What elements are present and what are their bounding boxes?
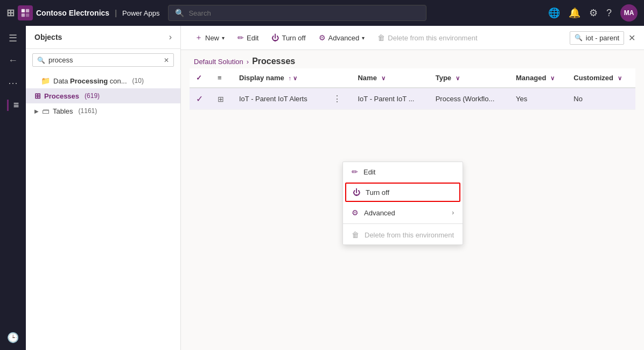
cell-display-name: IoT - Parent IoT Alerts <box>233 88 323 110</box>
sidebar-item-processes[interactable]: ⊞ Processes (619) <box>26 88 180 103</box>
edit-icon: ✏ <box>237 33 244 42</box>
type-sort: ∨ <box>456 75 460 81</box>
search-input[interactable] <box>188 9 419 17</box>
col-customized[interactable]: Customized ∨ <box>567 68 635 88</box>
table-row[interactable]: ✓ ⊞ IoT - Parent IoT Alerts ⋮ IoT - Pare… <box>190 88 635 110</box>
new-icon: ＋ <box>195 33 202 43</box>
process-row-icon: ⊞ <box>218 95 224 103</box>
left-search-input[interactable] <box>48 56 160 64</box>
brand: ⊞ Contoso Electronics | Power Apps <box>6 5 159 20</box>
col-type[interactable]: Type ∨ <box>429 68 509 88</box>
nav-tree: 📁 Data Processing con... (10) ⊞ Processe… <box>26 71 180 350</box>
svg-rect-0 <box>22 9 25 12</box>
search-icon: 🔍 <box>175 9 184 17</box>
advanced-button[interactable]: ⚙ Advanced ▾ <box>313 31 370 45</box>
settings-icon[interactable]: ⚙ <box>589 7 598 19</box>
sidebar-item-tables[interactable]: ▶ 🗃 Tables (1161) <box>26 103 180 118</box>
sidebar-icon-more[interactable]: ⋯ <box>8 77 18 89</box>
select-all-checkbox[interactable]: ✓ <box>196 74 202 82</box>
processes-table: ✓ ≡ Display name ↑ ∨ Name ∨ Type ∨ Manag… <box>190 68 635 110</box>
ctx-delete[interactable]: 🗑 Delete from this environment <box>343 225 463 244</box>
icon-sidebar: ☰ ← ⋯ ≡ 🕒 <box>0 26 26 350</box>
sort-icon[interactable]: ≡ <box>218 74 222 82</box>
breadcrumb-parent[interactable]: Default Solution <box>194 58 243 66</box>
toolbar-search-value: iot - parent <box>586 34 619 42</box>
nav-item-count: (619) <box>85 92 100 100</box>
delete-icon: 🗑 <box>377 33 385 42</box>
top-navigation: ⊞ Contoso Electronics | Power Apps 🔍 🌐 🔔… <box>0 0 644 26</box>
sidebar-icon-objects[interactable]: ≡ <box>7 100 19 111</box>
ctx-advanced[interactable]: ⚙ Advanced › <box>343 203 463 222</box>
sidebar-icon-back[interactable]: ← <box>8 55 18 66</box>
cell-row-icon: ⊞ <box>211 88 233 110</box>
ctx-separator <box>343 223 463 224</box>
row-more-button[interactable]: ⋮ <box>330 93 345 104</box>
toolbar-search-close-button[interactable]: ✕ <box>628 33 635 43</box>
managed-sort: ∨ <box>550 75 555 81</box>
cell-check: ✓ <box>190 88 211 110</box>
col-managed[interactable]: Managed ∨ <box>509 68 567 88</box>
svg-rect-1 <box>26 9 29 12</box>
breadcrumb: Default Solution › Processes <box>181 50 644 68</box>
table-header-row: ✓ ≡ Display name ↑ ∨ Name ∨ Type ∨ Manag… <box>190 68 635 88</box>
edit-ctx-icon: ✏ <box>352 167 358 176</box>
advanced-icon: ⚙ <box>319 33 326 42</box>
name-sort: ∨ <box>381 75 386 81</box>
advanced-dropdown-icon: ▾ <box>362 35 365 41</box>
breadcrumb-current: Processes <box>252 57 295 66</box>
advanced-ctx-icon: ⚙ <box>352 208 359 217</box>
ctx-delete-label: Delete from this environment <box>365 231 454 239</box>
app-name: Power Apps <box>122 9 159 17</box>
col-check: ✓ <box>190 68 211 88</box>
global-search-box[interactable]: 🔍 <box>168 5 426 21</box>
delete-ctx-icon: 🗑 <box>352 230 359 239</box>
cell-more: ⋮ <box>323 88 351 110</box>
expand-icon: ▶ <box>34 108 39 114</box>
help-icon[interactable]: ? <box>606 8 612 19</box>
ctx-advanced-label: Advanced <box>364 209 395 217</box>
brand-name: Contoso Electronics <box>36 9 109 17</box>
col-name[interactable]: Name ∨ <box>351 68 429 88</box>
col-display-name[interactable]: Display name ↑ ∨ <box>233 68 323 88</box>
delete-button[interactable]: 🗑 Delete from this environment <box>372 31 482 45</box>
folder-icon: 📁 <box>41 76 50 85</box>
breadcrumb-separator: › <box>247 58 249 66</box>
power-icon: ⏻ <box>271 33 279 42</box>
ctx-turnoff[interactable]: ⏻ Turn off <box>345 183 460 202</box>
clear-search-button[interactable]: ✕ <box>164 57 169 64</box>
collapse-panel-button[interactable]: › <box>169 32 172 42</box>
environments-icon[interactable]: 🌐 <box>548 7 560 19</box>
ctx-advanced-arrow: › <box>452 209 454 216</box>
svg-rect-3 <box>26 13 29 17</box>
cell-customized: No <box>567 88 635 110</box>
new-button[interactable]: ＋ New ▾ <box>190 30 230 45</box>
customized-sort: ∨ <box>618 75 622 81</box>
svg-rect-2 <box>22 13 25 17</box>
sidebar-icon-history[interactable]: 🕒 <box>7 332 19 344</box>
sort-arrow: ↑ ∨ <box>288 75 297 81</box>
toolbar-search-box[interactable]: 🔍 iot - parent <box>570 31 624 45</box>
edit-button[interactable]: ✏ Edit <box>232 31 264 45</box>
sidebar-icon-menu[interactable]: ☰ <box>9 32 17 44</box>
new-dropdown-icon: ▾ <box>222 35 225 41</box>
nav-item-count: (10) <box>132 77 144 85</box>
topnav-icons: 🌐 🔔 ⚙ ? MA <box>548 4 638 22</box>
apps-grid-icon[interactable]: ⊞ <box>6 7 15 19</box>
toolbar-search-area: 🔍 iot - parent ✕ <box>570 31 635 45</box>
left-panel-header: Objects › <box>26 26 180 49</box>
cell-name: IoT - Parent IoT ... <box>351 88 429 110</box>
ctx-edit[interactable]: ✏ Edit <box>343 162 463 181</box>
left-panel: Objects › 🔍 ✕ 📁 Data Processing con... (… <box>26 26 181 350</box>
toolbar-search-icon: 🔍 <box>575 34 583 41</box>
left-search-icon: 🔍 <box>37 57 45 64</box>
ctx-edit-label: Edit <box>363 168 375 176</box>
nav-item-count: (1161) <box>79 107 97 115</box>
process-icon: ⊞ <box>34 92 41 100</box>
user-avatar[interactable]: MA <box>620 4 638 22</box>
sidebar-item-data-processing[interactable]: 📁 Data Processing con... (10) <box>26 73 180 88</box>
notifications-icon[interactable]: 🔔 <box>569 7 580 19</box>
cell-type: Process (Workflo... <box>429 88 509 110</box>
turnoff-button[interactable]: ⏻ Turn off <box>266 31 311 45</box>
left-panel-search[interactable]: 🔍 ✕ <box>32 53 174 67</box>
row-check-icon[interactable]: ✓ <box>196 94 203 103</box>
